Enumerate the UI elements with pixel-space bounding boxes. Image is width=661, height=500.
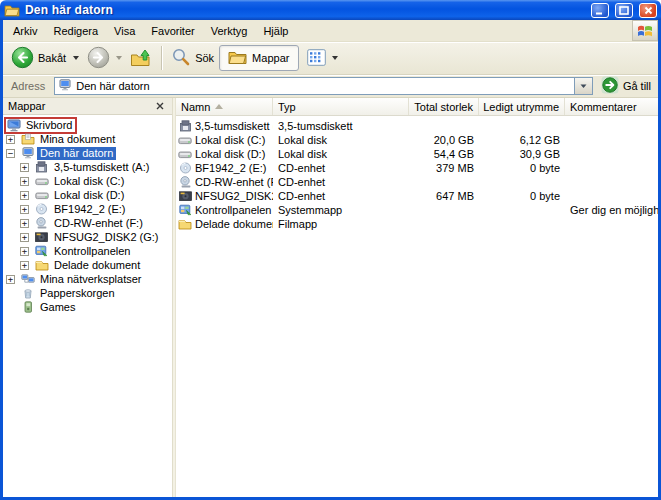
- file-row-nfsug2-disk2-g[interactable]: NFSUG2_DISK2 (G:)CD-enhet647 MB0 byte: [176, 189, 658, 203]
- expand-expander-icon[interactable]: +: [6, 135, 15, 144]
- file-name-cell[interactable]: CD-RW-enhet (F:): [176, 176, 273, 189]
- expand-expander-icon[interactable]: +: [20, 191, 29, 200]
- tree-item-papperskorgen[interactable]: Papperskorgen: [3, 286, 172, 300]
- forward-dropdown-caret[interactable]: [116, 56, 122, 60]
- column-label: Ledigt utrymme: [483, 101, 559, 113]
- close-button[interactable]: [639, 3, 657, 18]
- up-button[interactable]: [126, 44, 156, 72]
- hdd-icon: [178, 134, 192, 147]
- search-button[interactable]: Sök: [167, 45, 219, 71]
- sidebar-close-icon[interactable]: [153, 100, 167, 113]
- sort-ascending-icon: [215, 104, 223, 109]
- file-row-lokal-disk-c[interactable]: Lokal disk (C:)Lokal disk20,0 GB6,12 GB: [176, 133, 658, 147]
- forward-button[interactable]: [83, 44, 126, 73]
- views-button[interactable]: [303, 47, 342, 70]
- expand-expander-icon[interactable]: +: [20, 219, 29, 228]
- tree-item-nfsug2-disk2-g[interactable]: +NFSUG2_DISK2 (G:): [3, 230, 172, 244]
- menu-hjalp[interactable]: Hjälp: [255, 20, 296, 41]
- games-folder-icon: [20, 301, 35, 314]
- file-name-cell[interactable]: NFSUG2_DISK2 (G:): [176, 190, 273, 203]
- comment-cell: Ger dig en möjlighet...: [565, 204, 658, 217]
- menu-bar: Arkiv Redigera Visa Favoriter Verktyg Hj…: [3, 20, 658, 42]
- file-name-cell[interactable]: BF1942_2 (E:): [176, 162, 273, 175]
- title-bar[interactable]: Den här datorn: [0, 0, 661, 20]
- tree-item-box: Kontrollpanelen: [34, 245, 133, 258]
- menu-arkiv[interactable]: Arkiv: [5, 20, 45, 41]
- file-row-lokal-disk-d[interactable]: Lokal disk (D:)Lokal disk54,4 GB30,9 GB: [176, 147, 658, 161]
- total-size-cell: 20,0 GB: [409, 134, 479, 147]
- tree-item-mina-dokument[interactable]: +Mina dokument: [3, 132, 172, 146]
- file-name-cell[interactable]: Kontrollpanelen: [176, 204, 273, 217]
- menu-redigera[interactable]: Redigera: [45, 20, 106, 41]
- folders-label: Mappar: [252, 52, 290, 64]
- tree-item-games[interactable]: Games: [3, 300, 172, 314]
- my-computer-icon: [20, 147, 35, 160]
- tree-item-bf1942-2-e[interactable]: +BF1942_2 (E:): [3, 202, 172, 216]
- file-name-label: CD-RW-enhet (F:): [195, 176, 273, 189]
- tree-item-lokal-disk-d[interactable]: +Lokal disk (D:): [3, 188, 172, 202]
- views-dropdown-caret[interactable]: [332, 56, 338, 60]
- search-label: Sök: [195, 52, 215, 64]
- cd-icon: [178, 162, 192, 175]
- floppy-icon: [34, 161, 49, 174]
- file-row-kontrollpanelen[interactable]: KontrollpanelenSystemmappGer dig en möjl…: [176, 203, 658, 217]
- address-value: Den här datorn: [76, 80, 149, 92]
- tree-item-box: Lokal disk (D:): [34, 189, 127, 202]
- tree-expander-slot: +: [6, 135, 20, 144]
- file-row-bf1942-2-e[interactable]: BF1942_2 (E:)CD-enhet379 MB0 byte: [176, 161, 658, 175]
- shared-folder-icon: [34, 259, 49, 272]
- column-header-namn[interactable]: Namn: [176, 98, 273, 115]
- minimize-button[interactable]: [591, 3, 609, 18]
- back-icon: [11, 46, 34, 71]
- folders-sidebar: Mappar Skrivbord+Mina dokument−Den här d…: [3, 98, 172, 497]
- file-row-delade-dokument[interactable]: Delade dokumentFilmapp: [176, 217, 658, 231]
- tree-item-mina-n-tverksplatser[interactable]: +Mina nätverksplatser: [3, 272, 172, 286]
- file-name-label: NFSUG2_DISK2 (G:): [195, 190, 273, 203]
- address-dropdown-button[interactable]: [574, 78, 592, 94]
- cd-icon: [34, 203, 49, 216]
- tree-item-skrivbord[interactable]: Skrivbord: [3, 118, 172, 132]
- expand-expander-icon[interactable]: +: [20, 163, 29, 172]
- file-row-cd-rw-enhet-f[interactable]: CD-RW-enhet (F:)CD-enhet: [176, 175, 658, 189]
- toolbar: Bakåt Sök: [3, 42, 658, 75]
- column-header-kommentarer[interactable]: Kommentarer: [565, 98, 658, 115]
- tree-item-label: Lokal disk (C:): [51, 175, 127, 188]
- file-name-cell[interactable]: Delade dokument: [176, 218, 273, 231]
- expand-expander-icon[interactable]: +: [20, 233, 29, 242]
- tree-item-label: CD-RW-enhet (F:): [51, 217, 146, 230]
- tree-item-delade-dokument[interactable]: +Delade dokument: [3, 258, 172, 272]
- column-header-total-storlek[interactable]: Total storlek: [409, 98, 479, 115]
- tree-item-den-h-r-datorn[interactable]: −Den här datorn: [3, 146, 172, 160]
- column-header-ledigt-utrymme[interactable]: Ledigt utrymme: [479, 98, 565, 115]
- tree-item-kontrollpanelen[interactable]: +Kontrollpanelen: [3, 244, 172, 258]
- maximize-button[interactable]: [615, 3, 633, 18]
- file-row-3-5-tumsdiskett[interactable]: 3,5-tumsdiskett (...3,5-tumsdiskett: [176, 119, 658, 133]
- floppy-icon: [178, 120, 192, 133]
- file-type-cell: CD-enhet: [273, 176, 409, 189]
- tree-item-3-5-tumsdiskett-a[interactable]: +3,5-tumsdiskett (A:): [3, 160, 172, 174]
- go-button[interactable]: Gå till: [598, 76, 654, 96]
- back-button[interactable]: Bakåt: [7, 44, 83, 73]
- expand-expander-icon[interactable]: +: [20, 261, 29, 270]
- expand-expander-icon[interactable]: +: [6, 275, 15, 284]
- sidebar-title: Mappar: [8, 100, 153, 112]
- address-combo[interactable]: Den här datorn: [54, 77, 593, 95]
- tree-item-cd-rw-enhet-f[interactable]: +CD-RW-enhet (F:): [3, 216, 172, 230]
- expand-expander-icon[interactable]: +: [20, 205, 29, 214]
- menu-favoriter[interactable]: Favoriter: [143, 20, 202, 41]
- windows-logo-icon: [632, 20, 658, 41]
- file-name-cell[interactable]: 3,5-tumsdiskett (...: [176, 120, 273, 133]
- menu-verktyg[interactable]: Verktyg: [203, 20, 256, 41]
- column-header-typ[interactable]: Typ: [273, 98, 409, 115]
- expand-expander-icon[interactable]: +: [20, 247, 29, 256]
- free-space-cell: 0 byte: [479, 190, 565, 203]
- back-dropdown-caret[interactable]: [73, 56, 79, 60]
- file-name-cell[interactable]: Lokal disk (D:): [176, 148, 273, 161]
- tree-item-lokal-disk-c[interactable]: +Lokal disk (C:): [3, 174, 172, 188]
- folders-button[interactable]: Mappar: [219, 45, 299, 71]
- expand-expander-icon[interactable]: +: [20, 177, 29, 186]
- file-name-cell[interactable]: Lokal disk (C:): [176, 134, 273, 147]
- collapse-expander-icon[interactable]: −: [6, 149, 15, 158]
- menu-visa[interactable]: Visa: [106, 20, 143, 41]
- file-list-body: 3,5-tumsdiskett (...3,5-tumsdiskettLokal…: [176, 116, 658, 231]
